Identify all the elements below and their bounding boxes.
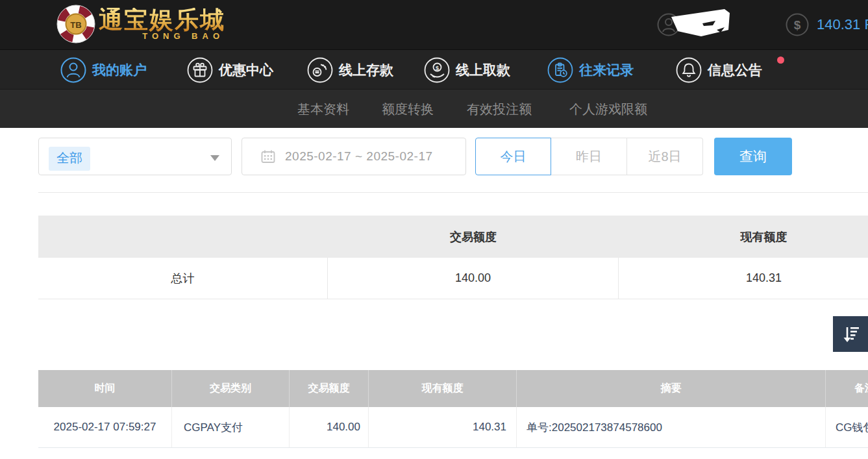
quick-range-group: 今日 昨日 近8日 xyxy=(475,138,703,175)
nav-label: 往来记录 xyxy=(579,61,634,79)
col-remark: 备注 xyxy=(826,370,868,407)
user-account[interactable]: 25 xyxy=(657,0,702,49)
nav-promotions[interactable]: 优惠中心 xyxy=(187,50,273,90)
user-icon xyxy=(60,57,86,83)
col-summary: 摘要 xyxy=(517,370,826,407)
date-range-value: 2025-02-17 ~ 2025-02-17 xyxy=(285,149,433,164)
nav-announcements[interactable]: 信息公告 xyxy=(676,50,762,90)
selected-type-chip: 全部 xyxy=(49,147,90,171)
gift-icon xyxy=(187,57,213,83)
last-8-days-button[interactable]: 近8日 xyxy=(627,138,703,175)
query-button[interactable]: 查询 xyxy=(714,138,792,175)
withdraw-icon: $ xyxy=(424,57,450,83)
nav-records[interactable]: 往来记录 xyxy=(547,50,634,90)
site-title: 通宝娱乐城 xyxy=(99,8,225,32)
main-nav: 我的账户 优惠中心 线上存款 $ xyxy=(0,49,868,89)
site-logo[interactable]: TB 通宝娱乐城 TONG BAO xyxy=(56,4,225,44)
type-select[interactable]: 全部 xyxy=(38,138,232,175)
subnav-valid-bets[interactable]: 有效投注额 xyxy=(467,90,532,129)
dollar-icon: $ xyxy=(786,13,809,36)
summary-total-row: 总计 140.00 140.31 xyxy=(38,258,868,299)
summary-table: 交易额度 现有额度 总计 140.00 140.31 xyxy=(38,216,868,299)
cell-current-amount: 140.31 xyxy=(369,407,517,447)
summary-header-empty xyxy=(38,216,328,258)
col-transaction-amount: 交易额度 xyxy=(290,370,369,407)
section-divider xyxy=(38,192,868,193)
svg-text:$: $ xyxy=(436,64,439,71)
chip-tb-text: TB xyxy=(70,20,81,30)
col-current-amount: 现有额度 xyxy=(369,370,517,407)
page: TB 通宝娱乐城 TONG BAO 25 $ xyxy=(0,0,868,459)
user-icon xyxy=(657,13,680,36)
username-text: 25 xyxy=(687,16,702,33)
subnav-game-limits[interactable]: 个人游戏限额 xyxy=(569,90,647,129)
bell-icon xyxy=(676,57,702,83)
summary-current-amount: 140.31 xyxy=(619,258,868,299)
cell-transaction-amount: 140.00 xyxy=(290,407,369,447)
poker-chip-icon: TB xyxy=(56,4,96,44)
nav-label: 信息公告 xyxy=(708,61,762,79)
deposit-icon xyxy=(307,57,333,83)
subnav-quota-transfer[interactable]: 额度转换 xyxy=(382,90,434,129)
svg-text:$: $ xyxy=(794,18,801,32)
today-button[interactable]: 今日 xyxy=(475,138,551,175)
records-header-row: 时间 交易类别 交易额度 现有额度 摘要 备注 xyxy=(38,370,868,407)
nav-withdraw[interactable]: $ 线上取款 xyxy=(424,50,510,90)
col-time: 时间 xyxy=(38,370,172,407)
records-table: 时间 交易类别 交易额度 现有额度 摘要 备注 2025-02-17 07:59… xyxy=(38,370,868,448)
calendar-icon xyxy=(260,149,276,164)
cell-summary: 单号:202502173874578600 xyxy=(517,407,826,447)
summary-total-label: 总计 xyxy=(38,258,328,299)
cell-time: 2025-02-17 07:59:27 xyxy=(38,407,172,447)
nav-deposit[interactable]: 线上存款 xyxy=(307,50,393,90)
summary-header-transaction-amount: 交易额度 xyxy=(328,216,619,258)
cell-type: CGPAY支付 xyxy=(172,407,290,447)
col-type: 交易类别 xyxy=(172,370,290,407)
yesterday-button[interactable]: 昨日 xyxy=(551,138,627,175)
sort-descending-icon xyxy=(841,324,862,345)
table-row: 2025-02-17 07:59:27 CGPAY支付 140.00 140.3… xyxy=(38,407,868,448)
summary-header-row: 交易额度 现有额度 xyxy=(38,216,868,258)
balance-suffix: R xyxy=(864,16,868,32)
summary-header-current-amount: 现有额度 xyxy=(619,216,868,258)
sort-button[interactable] xyxy=(833,316,868,352)
nav-label: 优惠中心 xyxy=(219,61,273,79)
subnav-basic-info[interactable]: 基本资料 xyxy=(297,90,349,129)
records-icon xyxy=(547,57,573,83)
cell-remark: CG钱包 xyxy=(826,407,868,447)
site-subtitle: TONG BAO xyxy=(99,31,225,41)
summary-transaction-amount: 140.00 xyxy=(328,258,619,299)
nav-my-account[interactable]: 我的账户 xyxy=(60,50,147,90)
notification-dot xyxy=(777,56,784,64)
nav-label: 我的账户 xyxy=(92,61,147,79)
sub-nav: 基本资料 额度转换 有效投注额 个人游戏限额 xyxy=(0,89,868,128)
nav-label: 线上存款 xyxy=(339,61,393,79)
balance-amount: 140.31 R xyxy=(817,16,868,33)
nav-label: 线上取款 xyxy=(456,61,510,79)
topbar: TB 通宝娱乐城 TONG BAO 25 $ xyxy=(0,0,868,49)
date-range-input[interactable]: 2025-02-17 ~ 2025-02-17 xyxy=(242,138,466,175)
chevron-down-icon xyxy=(210,155,219,161)
balance-display[interactable]: $ 140.31 R xyxy=(786,0,868,49)
